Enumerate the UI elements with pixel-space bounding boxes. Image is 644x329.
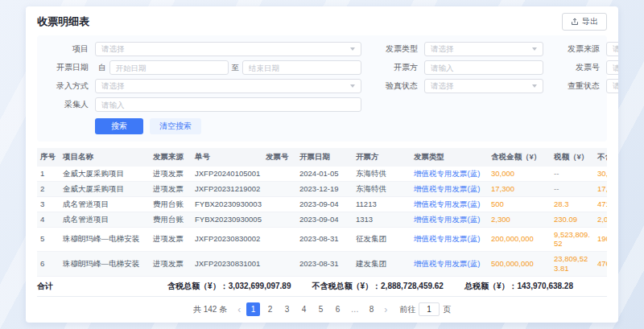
search-button[interactable]: 搜索 (95, 118, 143, 134)
collector-input[interactable] (95, 97, 361, 112)
table-cell-4 (262, 196, 296, 212)
verify-status-select-value: 请选择 (431, 81, 454, 92)
table-cell-0: 5 (37, 227, 60, 252)
table-row[interactable]: 3成名管道项目费用台账FYBX202309300032023-09-041121… (37, 196, 607, 212)
page-button-2[interactable]: 2 (263, 302, 277, 316)
table-cell-9: 9,523,809.52 (551, 227, 594, 252)
column-header-6: 开票方 (353, 148, 411, 167)
end-date-input[interactable] (242, 60, 361, 75)
filter-field-invoice-type: 发票类型 请选择 (371, 42, 543, 56)
filter-field-project: 项目 请选择 (42, 42, 361, 56)
prev-page-button[interactable]: ‹ (236, 304, 242, 315)
table-cell-2: 进项发票 (150, 252, 192, 277)
filter-field-issuer: 开票方 (371, 60, 543, 75)
table-cell-3: FYBX20230930003 (192, 196, 262, 212)
goto-page-input[interactable] (419, 302, 440, 316)
entry-method-select[interactable]: 请选择 (95, 79, 361, 93)
table-cell-8: 500 (488, 196, 551, 212)
dup-status-select[interactable]: 请选择 (606, 79, 618, 93)
table-cell-8: 500,000,000 (488, 252, 551, 277)
page-button-5[interactable]: 5 (314, 302, 328, 316)
next-page-button[interactable]: › (382, 304, 389, 315)
table-cell-0: 6 (37, 252, 60, 277)
export-icon (571, 18, 579, 26)
column-header-7: 发票类型 (411, 148, 488, 167)
table-cell-0: 4 (37, 212, 60, 227)
table-cell-1: 成名管道项目 (60, 212, 150, 227)
table-row[interactable]: 5珠穆朗玛峰—电梯安装进项发票JXFP202308300022023-08-31… (37, 227, 607, 252)
pager-ellipsis[interactable]: … (348, 302, 361, 316)
goto-suffix: 页 (443, 304, 451, 315)
invoice-no-input[interactable] (606, 60, 618, 75)
filter-grid: 项目 请选择 发票类型 请选择 发票来源 请选择 (42, 42, 602, 112)
invoice-type-label: 发票类型 (371, 43, 418, 55)
filter-field-entry-method: 录入方式 请选择 (42, 79, 361, 93)
table-cell-10: 190,476,190.48 (594, 227, 607, 252)
start-date-input[interactable] (109, 60, 229, 75)
date-from-label: 自 (98, 63, 106, 73)
table-cell-9: 28.3 (551, 196, 594, 212)
table-cell-1: 珠穆朗玛峰—电梯安装 (60, 227, 150, 252)
filter-field-invoice-no: 发票号 (553, 60, 618, 75)
project-select-value: 请选择 (101, 44, 125, 55)
invoice-type-select[interactable]: 请选择 (424, 42, 543, 56)
invoice-source-select-value: 请选择 (613, 44, 618, 55)
total-count: 共 142 条 (193, 304, 227, 315)
verify-status-label: 验真状态 (371, 80, 418, 92)
page-button-6[interactable]: 6 (331, 302, 345, 316)
table-cell-6: 征发集团 (353, 227, 411, 252)
table-cell-10: 30,000 (594, 167, 607, 181)
goto-page: 前往 页 (399, 302, 451, 316)
project-select[interactable]: 请选择 (95, 42, 361, 56)
table-cell-7: 增值税专用发票(蓝) (411, 181, 488, 196)
table-cell-10: 476,190,476.19 (594, 252, 607, 277)
date-to-label: 至 (232, 63, 240, 73)
invoice-no-label: 发票号 (553, 62, 600, 73)
table-cell-8: 17,300 (488, 181, 551, 196)
issuer-input[interactable] (424, 60, 543, 75)
export-button[interactable]: 导出 (562, 13, 607, 31)
total-label: 合计 (37, 281, 53, 292)
table-cell-6: 东海特供 (353, 181, 411, 196)
table-cell-1: 成名管道项目 (60, 196, 150, 212)
table-cell-3: JXFP20231219002 (192, 181, 262, 196)
table-cell-7: 增值税专用发票(蓝) (411, 252, 488, 277)
table-cell-5: 2023-09-04 (296, 196, 353, 212)
taxed-total: 含税总额（¥）：3,032,699,097.89 (167, 281, 291, 292)
table-row[interactable]: 2金威大厦采购项目进项发票JXFP202312190022023-12-19东海… (37, 181, 607, 196)
table-cell-4 (262, 227, 296, 252)
table-header-row: 序号项目名称发票来源单号发票号开票日期开票方发票类型含税金额（¥）税额（¥）不含… (37, 148, 607, 167)
table-cell-8: 30,000 (488, 167, 551, 181)
table-scroll-area[interactable]: 序号项目名称发票来源单号发票号开票日期开票方发票类型含税金额（¥）税额（¥）不含… (37, 148, 607, 277)
filter-field-collector: 采集人 (42, 97, 361, 112)
project-label: 项目 (42, 43, 89, 55)
entry-method-select-value: 请选择 (101, 81, 125, 92)
chevron-down-icon (350, 84, 355, 88)
clear-search-button[interactable]: 清空搜索 (150, 118, 201, 134)
table-cell-5: 2023-08-31 (296, 252, 353, 277)
column-header-8: 含税金额（¥） (488, 148, 551, 167)
table-row[interactable]: 6珠穆朗玛峰—电梯安装进项发票JXFP202308310012023-08-31… (37, 252, 607, 277)
table-cell-6: 1313 (353, 212, 411, 227)
table-cell-2: 进项发票 (150, 227, 192, 252)
filter-field-invoice-date: 开票日期 自 至 (42, 60, 361, 75)
table-cell-2: 进项发票 (150, 181, 192, 196)
table-cell-5: 2023-08-31 (296, 227, 353, 252)
table-cell-2: 费用台账 (150, 196, 192, 212)
page-button-3[interactable]: 3 (280, 302, 294, 316)
table-cell-0: 2 (37, 181, 60, 196)
table-row[interactable]: 1金威大厦采购项目进项发票JXFP202401050012024-01-05东海… (37, 167, 607, 181)
table-row[interactable]: 4成名管道项目费用台账FYBX202309300052023-09-041313… (37, 212, 607, 227)
table-cell-0: 1 (37, 167, 60, 181)
page-button-1[interactable]: 1 (246, 302, 260, 316)
invoice-date-label: 开票日期 (42, 62, 89, 73)
table-cell-8: 2,300 (488, 212, 551, 227)
page-button-4[interactable]: 4 (297, 302, 311, 316)
table-cell-3: JXFP20230831001 (192, 252, 262, 277)
filter-field-invoice-source: 发票来源 请选择 (553, 42, 618, 56)
table-cell-6: 建发集团 (353, 252, 411, 277)
invoice-source-select[interactable]: 请选择 (606, 42, 618, 56)
page-button-8[interactable]: 8 (365, 302, 378, 316)
verify-status-select[interactable]: 请选择 (424, 79, 543, 93)
column-header-10: 不含税金额（¥） (594, 148, 607, 167)
